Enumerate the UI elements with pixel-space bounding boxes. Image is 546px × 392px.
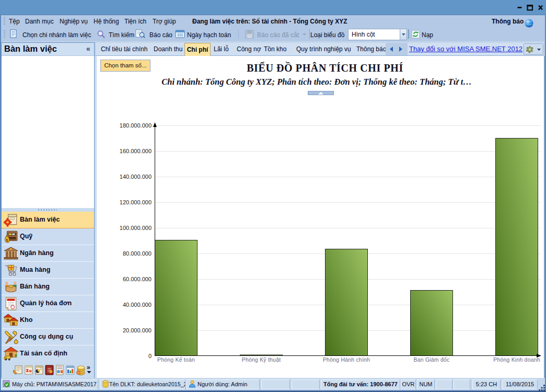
svg-text:20.000.000: 20.000.000 <box>123 327 152 333</box>
svg-text:80.000.000: 80.000.000 <box>123 250 152 257</box>
svg-text:Phòng Hành chính: Phòng Hành chính <box>323 356 370 363</box>
svg-text:Phòng Kinh doanh: Phòng Kinh doanh <box>493 356 540 363</box>
svg-text:Phòng Kỹ thuật: Phòng Kỹ thuật <box>242 356 281 363</box>
svg-text:Ban Giám đốc: Ban Giám đốc <box>414 356 450 363</box>
svg-text:Phòng Kế toán: Phòng Kế toán <box>157 356 195 363</box>
svg-text:180.000.000: 180.000.000 <box>120 122 152 129</box>
svg-text:100.000.000: 100.000.000 <box>120 225 152 231</box>
svg-text:160.000.000: 160.000.000 <box>120 148 152 154</box>
svg-text:140.000.000: 140.000.000 <box>120 174 152 180</box>
svg-text:40.000.000: 40.000.000 <box>123 302 152 308</box>
svg-text:60.000.000: 60.000.000 <box>123 276 152 282</box>
svg-text:120.000.000: 120.000.000 <box>120 199 152 205</box>
svg-text:0: 0 <box>148 353 152 359</box>
